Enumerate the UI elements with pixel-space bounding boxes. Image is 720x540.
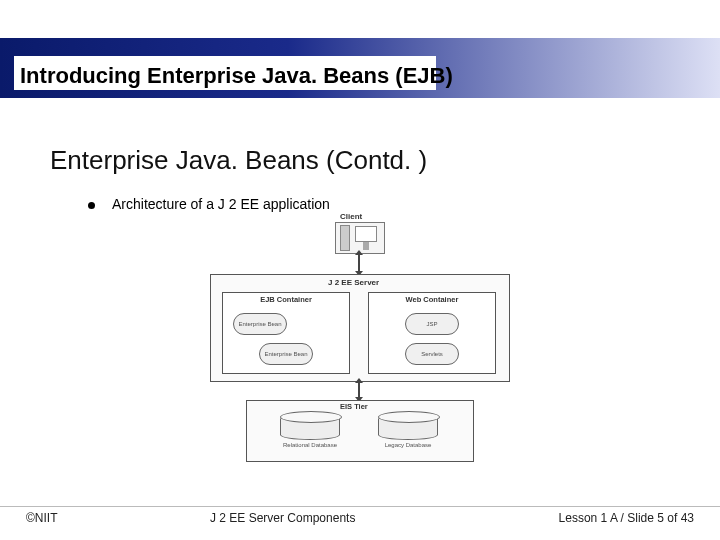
slide-subtitle: Enterprise Java. Beans (Contd. ) [50,145,427,176]
enterprise-bean-1: Enterprise Bean [233,313,287,335]
arrow-icon [358,382,360,398]
footer-slide-number: Lesson 1 A / Slide 5 of 43 [559,511,694,525]
footer-copyright: ©NIIT [26,511,58,525]
servlets-item: Servlets [405,343,459,365]
eis-tier-label: EIS Tier [340,402,368,411]
enterprise-bean-2: Enterprise Bean [259,343,313,365]
slide-header-title: Introducing Enterprise Java. Beans (EJB) [20,63,453,89]
architecture-diagram: Client J 2 EE Server EJB Container Enter… [180,212,540,466]
web-container-label: Web Container [369,295,495,304]
ejb-container-label: EJB Container [223,295,349,304]
web-container: Web Container JSP Servlets [368,292,496,374]
legacy-db-label: Legacy Database [378,442,438,449]
database-icon [280,414,340,440]
jsp-item: JSP [405,313,459,335]
j2ee-server-label: J 2 EE Server [328,278,379,287]
monitor-stand-icon [363,242,369,250]
client-label: Client [340,212,362,221]
computer-tower-icon [340,225,350,251]
footer-title: J 2 EE Server Components [210,511,355,525]
relational-db-label: Relational Database [280,442,340,449]
bullet-text: Architecture of a J 2 EE application [112,196,330,212]
ejb-container: EJB Container Enterprise Bean Enterprise… [222,292,350,374]
footer: ©NIIT J 2 EE Server Components Lesson 1 … [0,506,720,526]
bullet-icon [88,202,95,209]
relational-database: Relational Database [280,414,340,454]
database-icon [378,414,438,440]
monitor-icon [355,226,377,242]
arrow-icon [358,254,360,272]
legacy-database: Legacy Database [378,414,438,454]
